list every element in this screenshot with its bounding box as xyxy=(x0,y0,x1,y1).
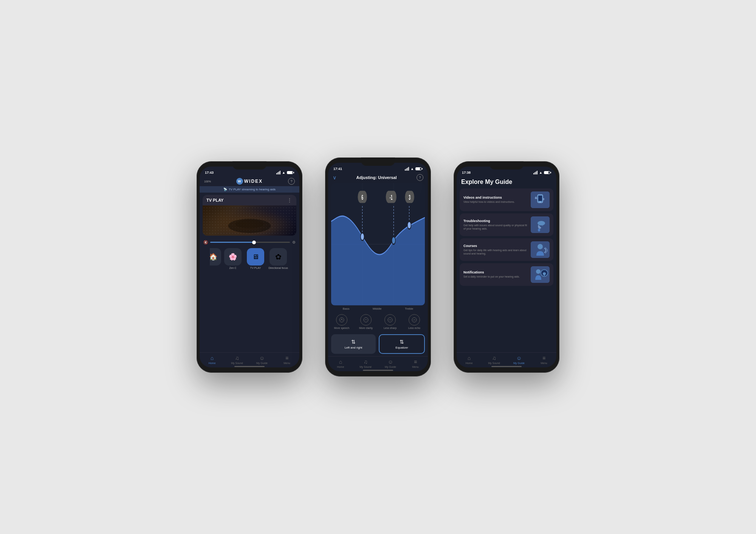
directional-icon: ✿ xyxy=(275,252,282,261)
nav-home-3[interactable]: ⌂ Home xyxy=(457,355,482,364)
streaming-icon: 📡 xyxy=(223,188,227,191)
nav-home-1[interactable]: ⌂ Home xyxy=(200,355,225,364)
sound-nav-icon-2: ♫ xyxy=(364,359,368,365)
tv-play-card[interactable]: TV PLAY ⋮ xyxy=(203,195,296,236)
nav-home-2[interactable]: ⌂ Home xyxy=(328,359,353,368)
nav-sound-1[interactable]: ♫ My Sound xyxy=(225,355,249,364)
tv-play-title: TV PLAY xyxy=(206,198,223,202)
help-button-1[interactable]: ? xyxy=(288,178,295,185)
nav-guide-2[interactable]: ☺ My Guide xyxy=(378,359,403,368)
phone-3: 17:38 ▲ xyxy=(454,161,559,373)
svg-point-31 xyxy=(538,221,545,225)
svg-point-29 xyxy=(539,201,541,203)
sound-nav-icon-3: ♫ xyxy=(492,355,496,361)
phone-2: 17:41 ▲ xyxy=(325,157,431,377)
svg-point-22 xyxy=(364,318,368,322)
guide-item-courses-text: Courses Get tips for daily life with hea… xyxy=(463,244,528,255)
back-button-2[interactable]: ∨ xyxy=(333,174,336,181)
eq-curve-svg: 6 -1 3 xyxy=(331,183,425,306)
guide-item-troubleshooting[interactable]: Troubleshooting Get help with issues abo… xyxy=(460,213,553,236)
ctrl-less-echo[interactable]: Less echo xyxy=(405,314,424,330)
eq-title: Adjusting: Universal xyxy=(356,175,397,180)
svg-point-13 xyxy=(407,221,411,229)
guide-item-courses[interactable]: Courses Get tips for daily life with hea… xyxy=(460,238,553,261)
nav-sound-3[interactable]: ♫ My Sound xyxy=(482,355,507,364)
streaming-text: TV PLAY streaming to hearing aids xyxy=(229,188,276,191)
guide-item-troubleshooting-img xyxy=(531,216,550,233)
eq-chart[interactable]: 6 -1 3 xyxy=(331,183,425,306)
nav-menu-3[interactable]: ≡ Menu xyxy=(531,355,556,364)
svg-text:-1: -1 xyxy=(390,194,393,202)
equalizer-button[interactable]: ⇅ Equalizer xyxy=(379,334,425,354)
nav-guide-3[interactable]: ☺ My Guide xyxy=(507,355,531,364)
widex-logo: W WIDEX xyxy=(236,178,263,185)
prog-zen-c[interactable]: 🌸 Zen C xyxy=(222,248,244,270)
battery-icon-3 xyxy=(544,171,551,174)
tv-play-menu-icon[interactable]: ⋮ xyxy=(287,197,293,203)
sound-nav-label-2: My Sound xyxy=(359,366,372,368)
nav-menu-1[interactable]: ≡ Menu xyxy=(274,355,299,364)
ctrl-less-sharp[interactable]: Less sharp xyxy=(381,314,400,330)
guide-item-notifications-text: Notifications Set a daily reminder to pu… xyxy=(463,270,528,278)
guide-header: Explore My Guide xyxy=(457,177,556,188)
nav-guide-1[interactable]: ☺ My Guide xyxy=(249,355,274,364)
left-right-icon: ⇅ xyxy=(351,339,356,345)
screen-1: 17:43 ▲ xyxy=(200,167,299,367)
menu-nav-label-2: Menu xyxy=(412,366,419,368)
help-button-2[interactable]: ? xyxy=(417,174,423,181)
battery-icon-2 xyxy=(415,167,423,170)
volume-slider[interactable] xyxy=(210,242,290,243)
prog-partial-left[interactable]: 🏠 xyxy=(210,248,221,265)
status-icons-2: ▲ xyxy=(405,167,423,171)
guide-item-videos[interactable]: Videos and instructions View helpful how… xyxy=(460,188,553,211)
guide-item-notifications[interactable]: Notifications Set a daily reminder to pu… xyxy=(460,263,553,286)
wifi-icon-3: ▲ xyxy=(539,171,542,174)
notch-3 xyxy=(490,161,524,170)
home-indicator-3 xyxy=(457,366,556,367)
home-nav-icon-2: ⌂ xyxy=(339,359,342,365)
eq-band-labels: Bass Middle Treble xyxy=(328,306,428,312)
home-nav-icon-1: ⌂ xyxy=(211,355,214,361)
left-right-button[interactable]: ⇅ Left and right xyxy=(331,334,376,354)
guide-nav-icon-3: ☺ xyxy=(516,355,522,361)
guide-item-troubleshooting-title: Troubleshooting xyxy=(463,219,528,223)
guide-item-troubleshooting-desc: Get help with issues about sound quality… xyxy=(463,224,528,230)
nav-menu-2[interactable]: ≡ Menu xyxy=(403,359,428,368)
eq-adjust-icon[interactable]: ⚙ xyxy=(292,240,296,244)
svg-rect-38 xyxy=(544,275,545,275)
zen-c-icon: 🌸 xyxy=(229,253,237,261)
notch-2 xyxy=(361,157,395,166)
guide-item-courses-desc: Get tips for daily life with hearing aid… xyxy=(463,248,528,255)
guide-item-videos-text: Videos and instructions View helpful how… xyxy=(463,196,528,204)
guide-item-videos-desc: View helpful how-to videos and instructi… xyxy=(463,200,528,204)
screen-2: 17:41 ▲ xyxy=(328,163,428,371)
eq-bass-label: Bass xyxy=(343,307,350,310)
svg-point-36 xyxy=(536,269,541,274)
nav-sound-2[interactable]: ♫ My Sound xyxy=(353,359,378,368)
svg-point-12 xyxy=(392,237,395,244)
widex-w-icon: W xyxy=(236,178,243,185)
svg-text:3: 3 xyxy=(409,194,411,202)
status-icons-1: ▲ xyxy=(276,171,294,174)
tv-play-card-header: TV PLAY ⋮ xyxy=(203,195,296,205)
menu-nav-icon-3: ≡ xyxy=(542,355,545,361)
prog-tv-play[interactable]: 🖥 TV PLAY xyxy=(245,248,266,270)
home-nav-label-3: Home xyxy=(466,362,473,364)
home-indicator-2 xyxy=(328,370,428,371)
guide-item-troubleshooting-text: Troubleshooting Get help with issues abo… xyxy=(463,219,528,230)
prog-directional[interactable]: ✿ Directional focus xyxy=(267,248,289,270)
guide-item-videos-title: Videos and instructions xyxy=(463,196,528,199)
ctrl-more-clarity[interactable]: More clarity xyxy=(356,314,375,330)
more-speech-icon xyxy=(336,314,347,326)
more-clarity-icon xyxy=(360,314,372,326)
ctrl-more-speech[interactable]: More speech xyxy=(332,314,351,330)
home-nav-label-1: Home xyxy=(209,362,216,364)
status-icons-3: ▲ xyxy=(533,171,551,174)
more-clarity-label: More clarity xyxy=(356,327,375,330)
volume-row: 🔇 ⚙ xyxy=(200,238,299,247)
tv-play-icon: 🖥 xyxy=(252,253,259,261)
header-2: ∨ Adjusting: Universal ? xyxy=(328,173,428,183)
menu-nav-icon-1: ≡ xyxy=(285,355,288,361)
eq-bottom-buttons: ⇅ Left and right ⇅ Equalizer xyxy=(328,332,428,356)
svg-text:6: 6 xyxy=(361,194,363,202)
